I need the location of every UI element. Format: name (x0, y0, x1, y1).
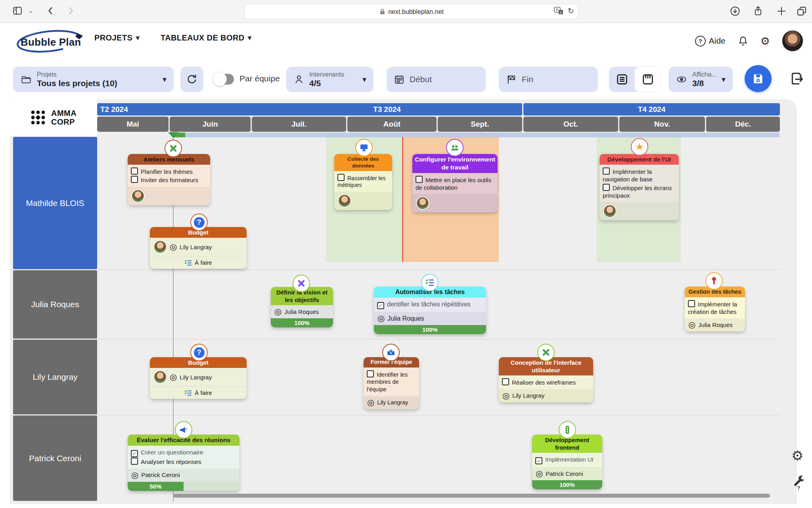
translate-icon[interactable]: Ax (554, 6, 564, 15)
chevron-down-icon: ▼ (248, 35, 252, 41)
board-settings-gear-icon[interactable]: ⚙ (791, 448, 803, 464)
task-card-collecte-donnees[interactable]: Collecte des données Rassembler les métr… (334, 154, 392, 210)
floppy-icon (752, 72, 764, 85)
export-icon[interactable] (789, 71, 805, 87)
display-label: Afficha... (692, 71, 717, 78)
card-title: Développement de l'UI (599, 154, 679, 165)
bubbleplan-logo[interactable]: Bubble Plan (15, 29, 86, 54)
display-filter[interactable]: Afficha... 3/8 ▼ (668, 67, 733, 92)
svg-text:?: ? (797, 485, 800, 491)
team-toggle[interactable] (216, 74, 234, 85)
tools-icon[interactable] (293, 275, 310, 292)
support-wrench-icon[interactable]: ? (792, 475, 806, 491)
lane-label-mathilde[interactable]: Mathilde BLOIS (13, 137, 97, 269)
horizontal-scrollbar[interactable] (173, 494, 770, 498)
checkbox-checked[interactable]: ✓ (131, 450, 138, 457)
progress-bar: 100% (532, 480, 602, 489)
settings-gear-icon[interactable]: ⚙ (760, 35, 770, 47)
menu-tableaux-de-bord[interactable]: TABLEAUX DE BORD▼ (161, 33, 252, 42)
task-card-configurer-environnement[interactable]: Configurer l'environnement de travail Me… (412, 154, 498, 212)
toolbox-icon[interactable] (382, 344, 400, 361)
avatar (603, 204, 617, 218)
traffic-light-icon[interactable] (559, 421, 576, 439)
sidebar-chevron-icon[interactable]: ⌄ (29, 8, 33, 14)
projects-filter[interactable]: Projets Tous les projets (10) ▼ (13, 67, 174, 92)
company-line1: AMMA (51, 109, 77, 117)
card-title: Configurer l'environnement de travail (412, 154, 498, 173)
star-icon[interactable]: ★ (631, 138, 648, 156)
target-icon: ◎ (367, 398, 374, 407)
task-card-definir-vision[interactable]: Définir la vision et les objectifs ◎ Jul… (271, 287, 333, 327)
checkbox-checked[interactable]: ✓ (535, 457, 542, 464)
task-card-developpement-ui[interactable]: Développement de l'UI Implémenter la nav… (599, 154, 679, 220)
tab-overview-icon[interactable] (796, 6, 807, 17)
checkbox-unchecked[interactable] (603, 184, 610, 191)
chevron-down-icon: ▼ (362, 77, 366, 83)
tools-icon[interactable] (165, 140, 182, 157)
intervenants-filter[interactable]: Intervenants 4/5 ▼ (286, 67, 373, 92)
sidebar-toggle-icon[interactable] (12, 6, 23, 16)
question-icon[interactable]: ? (190, 214, 208, 231)
share-icon[interactable] (753, 6, 764, 17)
task-card-conception-interface[interactable]: Conception de l'interface utilisateur Ré… (499, 357, 593, 402)
checkbox-unchecked[interactable] (502, 378, 509, 385)
user-avatar[interactable] (782, 30, 803, 52)
avatar (131, 189, 145, 203)
checkbox-checked[interactable]: ✓ (377, 302, 384, 309)
start-date-placeholder: Début (410, 75, 432, 84)
checkbox-unchecked[interactable] (337, 174, 345, 181)
checklist-icon (184, 390, 192, 396)
checkbox-unchecked[interactable] (131, 167, 138, 175)
task-card-budget-lily[interactable]: Budget ◎ Lily Langray À faire (150, 357, 247, 399)
help-button[interactable]: ? Aide (695, 36, 726, 46)
quarter-header-t4: T4 2024 (523, 103, 780, 115)
notifications-bell-icon[interactable] (737, 35, 749, 47)
address-bar[interactable]: next.bubbleplan.net Ax ↻ (245, 4, 578, 19)
forward-button[interactable] (65, 6, 76, 16)
list-view-button[interactable] (609, 67, 635, 92)
megaphone-icon[interactable] (175, 421, 192, 439)
quarter-header-t3: T3 2024 (252, 103, 522, 115)
task-card-developpement-frontend[interactable]: Développement frontend ✓Implémentation U… (532, 435, 602, 489)
tools-icon[interactable] (537, 344, 555, 361)
task-card-budget-mathilde[interactable]: Budget ◎ Lily Langray À faire (150, 227, 247, 269)
task-card-ateliers-mensuels[interactable]: Ateliers mensuels Planifier les thèmes I… (128, 154, 210, 205)
menu-projets[interactable]: PROJETS▼ (94, 33, 140, 42)
task-card-automatiser-taches[interactable]: Automatiser les tâches ✓dentifier les tâ… (374, 287, 486, 334)
lane-label-patrick[interactable]: Patrick Ceroni (13, 416, 97, 501)
target-icon: ◎ (377, 314, 385, 323)
month-header: Déc. (706, 117, 780, 132)
today-marker-icon[interactable] (168, 132, 178, 138)
checkbox-unchecked[interactable] (416, 176, 423, 183)
lane-label-julia[interactable]: Julia Roques (13, 270, 97, 339)
checkbox-unchecked[interactable] (131, 458, 138, 465)
checkbox-unchecked[interactable] (688, 300, 695, 307)
checkbox-unchecked[interactable] (131, 176, 138, 183)
back-button[interactable] (46, 6, 56, 16)
lane-label-lily[interactable]: Lily Langray (13, 340, 97, 414)
save-button[interactable] (745, 65, 772, 92)
new-tab-icon[interactable] (776, 6, 787, 17)
checkbox-unchecked[interactable] (603, 167, 610, 175)
timeline-view-button[interactable] (635, 67, 661, 92)
timeline-ruler-strip[interactable] (173, 133, 779, 137)
end-date-field[interactable]: Fin (499, 67, 598, 92)
refresh-button[interactable] (180, 67, 203, 92)
task-card-former-equipe[interactable]: Former l'équipe Identifier les membres d… (364, 357, 419, 409)
task-card-evaluer-reunions[interactable]: Évaluer l'efficacité des réunions ✓Créer… (128, 435, 239, 491)
pushpin-icon[interactable] (705, 272, 723, 290)
intervenants-label: Intervenants (309, 71, 344, 78)
checklist-icon[interactable] (421, 274, 439, 291)
start-date-field[interactable]: Début (387, 67, 486, 92)
question-icon[interactable]: ? (190, 344, 208, 361)
reload-icon[interactable]: ↻ (568, 6, 574, 15)
team-icon[interactable] (446, 139, 463, 156)
monitor-icon[interactable] (355, 139, 373, 156)
downloads-icon[interactable] (730, 6, 741, 17)
target-icon: ◎ (688, 321, 695, 329)
question-icon: ? (695, 36, 706, 46)
month-header: Oct. (523, 117, 618, 132)
target-icon: ◎ (170, 243, 177, 251)
task-card-gestion-taches[interactable]: Gestion des tâches Implémenter la créati… (685, 287, 745, 331)
checkbox-unchecked[interactable] (367, 370, 374, 377)
